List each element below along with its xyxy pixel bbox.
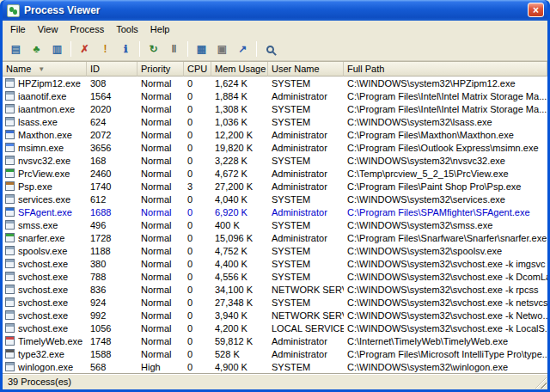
- process-icon: [5, 78, 15, 88]
- process-id: 168: [87, 156, 138, 166]
- refresh-icon[interactable]: ↻: [144, 40, 163, 58]
- set-priority-icon[interactable]: !: [95, 40, 115, 58]
- table-row[interactable]: TimelyWeb.exe 1748 Normal 0 59,812 K Adm…: [3, 334, 547, 347]
- table-row[interactable]: services.exe 612 Normal 0 4,040 K SYSTEM…: [3, 193, 547, 205]
- column-header-mem-usage[interactable]: Mem Usage: [211, 62, 268, 77]
- process-name: HPZipm12.exe: [18, 78, 81, 89]
- column-header-full-path[interactable]: Full Path: [344, 62, 547, 77]
- column-header-priority[interactable]: Priority: [138, 62, 184, 77]
- process-path: C:\WINDOWS\system32\svchost.exe -k imgsv…: [344, 259, 547, 269]
- process-cpu: 0: [184, 168, 211, 179]
- process-priority: Normal: [138, 91, 184, 101]
- process-cpu: 0: [184, 194, 211, 205]
- process-user: NETWORK SERV...: [268, 285, 344, 295]
- table-row[interactable]: lsass.exe 624 Normal 0 1,036 K SYSTEM C:…: [3, 115, 547, 128]
- process-mem: 4,556 K: [211, 272, 268, 282]
- table-row[interactable]: HPZipm12.exe 308 Normal 0 1,624 K SYSTEM…: [3, 77, 547, 89]
- statusbar: 39 Process(es): [3, 373, 547, 389]
- process-id: 568: [87, 362, 138, 372]
- process-icon: [5, 181, 15, 191]
- process-user: SYSTEM: [268, 259, 344, 269]
- column-header-cpu[interactable]: CPU: [184, 62, 211, 77]
- process-name: type32.exe: [18, 349, 64, 359]
- process-name: PrcView.exe: [18, 168, 70, 179]
- table-row[interactable]: snarfer.exe 1728 Normal 0 15,096 K Admin…: [3, 231, 547, 244]
- table-row[interactable]: svchost.exe 924 Normal 0 27,348 K SYSTEM…: [3, 296, 547, 309]
- process-user: SYSTEM: [268, 362, 344, 372]
- process-icon: [5, 349, 15, 358]
- toolbar-separator: [256, 41, 257, 57]
- process-cpu: 0: [184, 349, 211, 359]
- process-priority: Normal: [138, 168, 184, 179]
- table-row[interactable]: svchost.exe 788 Normal 0 4,556 K SYSTEM …: [3, 270, 547, 283]
- menu-item-process[interactable]: Process: [64, 22, 110, 36]
- process-user: Administrator: [268, 207, 344, 217]
- process-user: NETWORK SERV...: [268, 310, 344, 321]
- copy-icon[interactable]: ▣: [212, 40, 232, 58]
- table-row[interactable]: svchost.exe 380 Normal 0 4,400 K SYSTEM …: [3, 257, 547, 270]
- process-icon: [5, 168, 15, 178]
- process-mem: 1,036 K: [211, 117, 268, 127]
- table-row[interactable]: spoolsv.exe 1188 Normal 0 4,752 K SYSTEM…: [3, 244, 547, 257]
- process-user: Administrator: [268, 233, 344, 243]
- table-row[interactable]: nvsvc32.exe 168 Normal 0 3,228 K SYSTEM …: [3, 154, 547, 167]
- menu-item-view[interactable]: View: [32, 22, 64, 36]
- process-icon: [5, 259, 15, 268]
- show-modules-icon[interactable]: ▥: [47, 40, 67, 58]
- table-row[interactable]: iaantmon.exe 2020 Normal 0 1,308 K SYSTE…: [3, 102, 547, 115]
- process-icon: [5, 130, 15, 139]
- table-row[interactable]: Psp.exe 1740 Normal 3 27,200 K Administr…: [3, 180, 547, 193]
- find-icon[interactable]: [260, 40, 280, 58]
- process-path: C:\Program Files\Snarfware\Snarfer\snarf…: [344, 233, 547, 243]
- toolbar-separator: [139, 41, 140, 57]
- process-path: C:\WINDOWS\system32\services.exe: [344, 194, 547, 205]
- resize-grip[interactable]: [535, 377, 547, 389]
- show-process-tree-icon[interactable]: ♣: [27, 40, 46, 58]
- process-icon: [5, 207, 15, 217]
- column-header-user-name[interactable]: User Name: [268, 62, 344, 77]
- process-id: 1748: [87, 336, 138, 346]
- process-path: C:\WINDOWS\system32\nvsvc32.exe: [344, 156, 547, 166]
- kill-process-icon[interactable]: ✗: [75, 40, 95, 58]
- process-mem: 3,228 K: [211, 156, 268, 166]
- process-priority: Normal: [138, 323, 184, 334]
- menu-item-tools[interactable]: Tools: [110, 22, 144, 36]
- menu-item-help[interactable]: Help: [144, 22, 176, 36]
- process-info-icon[interactable]: ℹ: [116, 40, 136, 58]
- process-priority: Normal: [138, 143, 184, 153]
- show-processes-icon[interactable]: ▤: [6, 40, 26, 58]
- close-button[interactable]: ×: [528, 3, 544, 17]
- process-priority: Normal: [138, 220, 184, 230]
- table-row[interactable]: SFAgent.exe 1688 Normal 0 6,920 K Admini…: [3, 205, 547, 218]
- table-row[interactable]: iaanotif.exe 1564 Normal 0 1,884 K Admin…: [3, 89, 547, 102]
- column-header-name[interactable]: Name ▼: [3, 62, 87, 77]
- menu-item-file[interactable]: File: [4, 22, 32, 36]
- open-external-icon[interactable]: ↗: [233, 40, 253, 58]
- table-row[interactable]: type32.exe 1588 Normal 0 528 K Administr…: [3, 347, 547, 360]
- process-cpu: 0: [184, 336, 211, 346]
- table-row[interactable]: svchost.exe 992 Normal 0 3,940 K NETWORK…: [3, 309, 547, 322]
- table-row[interactable]: Maxthon.exe 2072 Normal 0 12,200 K Admin…: [3, 128, 547, 141]
- column-header-id[interactable]: ID: [87, 62, 138, 77]
- process-id: 1588: [87, 349, 138, 359]
- app-icon: [7, 4, 20, 17]
- close-icon: ×: [533, 5, 539, 15]
- save-icon[interactable]: ▦: [192, 40, 211, 58]
- auto-refresh-icon[interactable]: ‖: [164, 40, 184, 58]
- process-mem: 4,752 K: [211, 246, 268, 256]
- process-priority: Normal: [138, 233, 184, 243]
- process-name: winlogon.exe: [18, 362, 73, 372]
- table-row[interactable]: smss.exe 496 Normal 0 400 K SYSTEM C:\WI…: [3, 218, 547, 231]
- process-mem: 4,200 K: [211, 323, 268, 334]
- table-row[interactable]: msimn.exe 3656 Normal 0 19,820 K Adminis…: [3, 141, 547, 154]
- process-icon: [5, 285, 15, 294]
- table-row[interactable]: svchost.exe 1056 Normal 0 4,200 K LOCAL …: [3, 322, 547, 334]
- table-row[interactable]: PrcView.exe 2460 Normal 0 4,672 K Admini…: [3, 167, 547, 180]
- process-id: 1564: [87, 91, 138, 101]
- table-row[interactable]: svchost.exe 836 Normal 0 34,100 K NETWOR…: [3, 283, 547, 296]
- table-row[interactable]: winlogon.exe 568 High 0 4,900 K SYSTEM C…: [3, 360, 547, 373]
- process-priority: Normal: [138, 272, 184, 282]
- process-mem: 4,900 K: [211, 362, 268, 372]
- process-cpu: 0: [184, 104, 211, 114]
- process-icon: [5, 220, 15, 230]
